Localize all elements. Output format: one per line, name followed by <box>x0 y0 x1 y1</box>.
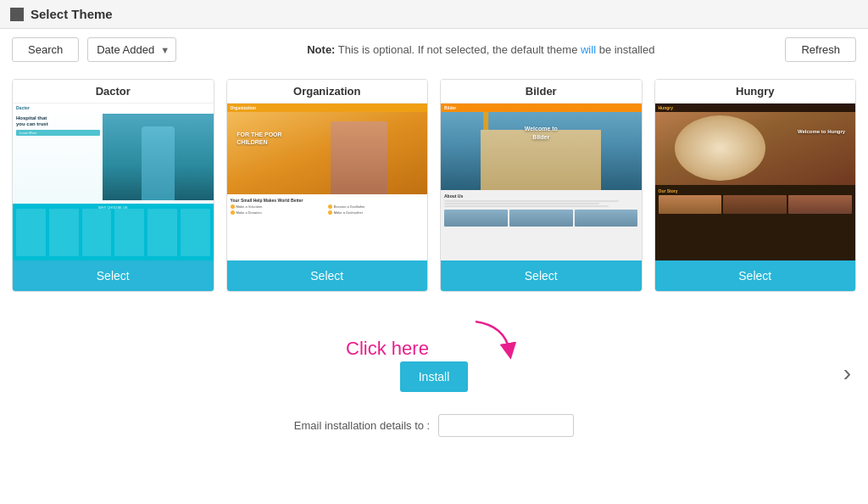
theme-title-bilder: Bilder <box>441 80 642 104</box>
refresh-button[interactable]: Refresh <box>785 37 856 62</box>
select-theme-icon <box>10 8 24 21</box>
bottom-area: Click here Install Email installation de… <box>0 300 868 445</box>
sort-dropdown[interactable]: Date Added Name Popularity <box>87 37 176 62</box>
arrow-icon <box>471 317 522 360</box>
next-page-button[interactable]: › <box>843 361 851 385</box>
sort-dropdown-wrapper: Date Added Name Popularity ▼ <box>87 37 176 62</box>
theme-title-organization: Organization <box>227 80 428 104</box>
toolbar: Search Date Added Name Popularity ▼ Note… <box>0 29 868 70</box>
select-button-hungry[interactable]: Select <box>655 260 856 291</box>
theme-thumbnail-hungry: Hungry Welcome to Hungry Our Story <box>655 104 856 260</box>
theme-card-dactor: Dactor Dactor Hospital thatyou can trust… <box>12 79 214 292</box>
page-title: Select Theme <box>31 7 113 21</box>
select-button-organization[interactable]: Select <box>227 260 428 291</box>
select-button-bilder[interactable]: Select <box>441 260 642 291</box>
note-will: will <box>581 43 596 56</box>
email-label: Email installation details to : <box>294 419 430 432</box>
select-button-dactor[interactable]: Select <box>13 260 214 291</box>
page-header: Select Theme <box>0 0 868 29</box>
note-text: Note: This is optional. If not selected,… <box>185 43 776 56</box>
click-here-annotation: Click here <box>346 338 429 360</box>
install-button[interactable]: Install <box>400 361 469 392</box>
email-row: Email installation details to : <box>294 414 574 437</box>
theme-title-dactor: Dactor <box>13 80 214 104</box>
theme-thumbnail-organization: Organization FOR THE POORCHILDREN Your S… <box>227 104 428 260</box>
theme-card-bilder: Bilder Bilder Welcome toBilder About Us <box>440 79 643 292</box>
search-button[interactable]: Search <box>12 37 79 62</box>
theme-thumbnail-bilder: Bilder Welcome toBilder About Us <box>441 104 642 260</box>
theme-title-hungry: Hungry <box>655 80 856 104</box>
theme-thumbnail-dactor: Dactor Hospital thatyou can trust Learn … <box>13 104 214 260</box>
note-label: Note: <box>307 43 335 56</box>
theme-card-hungry: Hungry Hungry Welcome to Hungry Our Stor… <box>654 79 857 292</box>
theme-card-organization: Organization Organization FOR THE POORCH… <box>226 79 429 292</box>
themes-grid: Dactor Dactor Hospital thatyou can trust… <box>0 70 868 300</box>
email-input[interactable] <box>438 414 574 437</box>
install-row: Install <box>400 361 469 392</box>
